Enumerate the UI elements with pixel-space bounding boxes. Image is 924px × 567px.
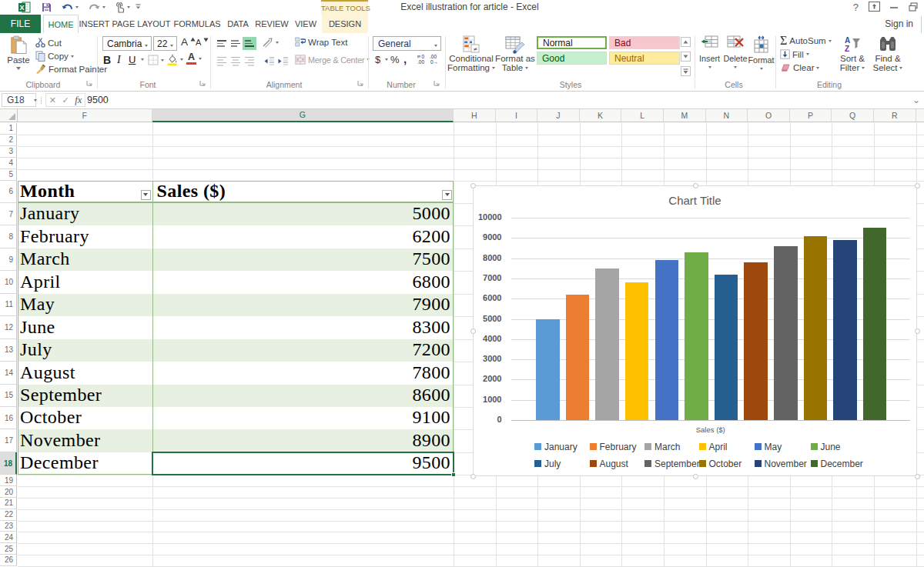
column-header-N[interactable]: N: [706, 109, 748, 122]
row-header-19[interactable]: 19: [0, 475, 17, 486]
find-select-button[interactable]: Find & Select: [870, 35, 906, 72]
redo-button[interactable]: [89, 2, 105, 12]
confirm-entry-icon[interactable]: ✓: [62, 95, 69, 105]
restore-button[interactable]: [909, 1, 918, 15]
dropdown-caret-icon[interactable]: [708, 66, 711, 68]
increase-indent-button[interactable]: [276, 55, 290, 68]
format-as-table-button[interactable]: Format as Table: [494, 35, 537, 72]
chart-axis-title[interactable]: Sales ($): [511, 425, 911, 434]
dropdown-caret-icon[interactable]: [525, 67, 528, 69]
chart-object[interactable]: Chart Title Sales ($) JanuaryFebruaryMar…: [473, 185, 917, 476]
bar-december[interactable]: [863, 228, 887, 420]
dropdown-caret-icon[interactable]: [199, 58, 202, 60]
legend-item-october[interactable]: October: [699, 459, 742, 469]
font-color-button[interactable]: A: [186, 53, 202, 65]
sign-in-link[interactable]: Sign in: [885, 15, 913, 33]
cell-sales[interactable]: 7200: [412, 339, 450, 360]
chart-selection-handle[interactable]: [470, 329, 476, 334]
orientation-button[interactable]: [262, 37, 279, 48]
undo-dropdown[interactable]: [75, 6, 79, 8]
column-header-L[interactable]: L: [621, 109, 664, 122]
redo-dropdown[interactable]: [102, 6, 105, 8]
row-header-26[interactable]: 26: [0, 555, 17, 566]
touch-mode-dropdown[interactable]: [127, 6, 130, 8]
dropdown-caret-icon[interactable]: [829, 40, 832, 42]
row-header-15[interactable]: 15: [0, 385, 17, 407]
increase-decimal-button[interactable]: ←0 .00: [417, 54, 428, 64]
customize-qat-button[interactable]: [136, 4, 141, 11]
row-header-4[interactable]: 4: [0, 158, 17, 169]
tab-design[interactable]: DESIGN: [322, 15, 368, 33]
italic-button[interactable]: I: [117, 54, 121, 66]
dropdown-caret-icon[interactable]: [806, 53, 809, 55]
cell-month[interactable]: April: [20, 272, 61, 292]
row-header-22[interactable]: 22: [0, 509, 17, 521]
sort-filter-button[interactable]: A Z Sort & Filter: [835, 35, 869, 72]
cell-month[interactable]: October: [20, 407, 82, 428]
dropdown-caret-icon[interactable]: [141, 58, 144, 61]
column-header-J[interactable]: J: [537, 109, 580, 122]
bold-button[interactable]: B: [103, 54, 111, 66]
cell-sales[interactable]: 5000: [412, 203, 450, 224]
accounting-format-button[interactable]: $: [375, 54, 388, 65]
dropdown-caret-icon[interactable]: [231, 57, 240, 66]
dropdown-caret-icon[interactable]: [161, 59, 164, 62]
cell-style-normal[interactable]: Normal: [537, 36, 607, 49]
row-header-24[interactable]: 24: [0, 532, 17, 543]
column-header-M[interactable]: M: [664, 109, 706, 122]
dropdown-caret-icon[interactable]: [434, 45, 437, 47]
borders-button[interactable]: [148, 55, 164, 65]
bar-october[interactable]: [804, 236, 828, 420]
cell-sales[interactable]: 7800: [412, 362, 450, 383]
cell-sales[interactable]: 6800: [412, 272, 450, 292]
chart-selection-handle[interactable]: [470, 474, 476, 479]
dropdown-caret-icon[interactable]: [245, 40, 254, 47]
cell-month[interactable]: July: [20, 339, 52, 360]
cell-month[interactable]: December: [20, 452, 99, 473]
select-all-corner[interactable]: [0, 109, 18, 122]
legend-item-november[interactable]: November: [755, 459, 807, 469]
cell-month[interactable]: March: [20, 248, 70, 269]
gallery-down-button[interactable]: [681, 52, 691, 62]
legend-item-january[interactable]: January: [534, 442, 578, 452]
decrease-indent-button[interactable]: [262, 55, 276, 68]
autosum-button[interactable]: Σ AutoSum: [780, 35, 832, 46]
comma-style-button[interactable]: ,: [403, 52, 407, 65]
tab-insert[interactable]: INSERT: [79, 15, 110, 33]
cell-month[interactable]: May: [20, 294, 55, 315]
row-header-3[interactable]: 3: [0, 146, 17, 158]
conditional-formatting-button[interactable]: ≠ Conditional Formatting: [450, 35, 493, 72]
gallery-up-button[interactable]: [681, 37, 691, 47]
cell-month[interactable]: June: [20, 317, 55, 338]
cell-sales[interactable]: 7900: [412, 294, 450, 315]
cell-style-neutral[interactable]: Neutral: [609, 52, 680, 65]
row-header-20[interactable]: 20: [0, 486, 17, 498]
fill-button[interactable]: Fill: [780, 49, 809, 59]
paste-button[interactable]: Paste: [5, 35, 32, 70]
bar-february[interactable]: [566, 295, 590, 420]
chart-selection-handle[interactable]: [915, 183, 920, 188]
row-header-10[interactable]: 10: [0, 271, 17, 293]
cell-month[interactable]: September: [20, 385, 102, 405]
row-header-11[interactable]: 11: [0, 294, 17, 316]
minimize-button[interactable]: [890, 1, 899, 15]
legend-item-june[interactable]: June: [811, 442, 841, 452]
formula-input[interactable]: 9500: [87, 93, 109, 107]
cell-sales[interactable]: 8900: [412, 430, 450, 451]
cell-sales[interactable]: 8600: [412, 385, 450, 405]
legend-item-august[interactable]: August: [590, 459, 628, 469]
dropdown-caret-icon[interactable]: [899, 67, 902, 69]
cell-style-good[interactable]: Good: [537, 52, 607, 65]
row-header-9[interactable]: 9: [0, 248, 17, 271]
dropdown-caret-icon[interactable]: [34, 99, 37, 102]
column-header-H[interactable]: H: [454, 109, 496, 122]
column-header-R[interactable]: R: [874, 109, 916, 122]
dropdown-caret-icon[interactable]: [180, 58, 183, 61]
chart-selection-handle[interactable]: [470, 183, 476, 188]
cell-sales[interactable]: 7500: [412, 248, 450, 269]
bar-september[interactable]: [774, 246, 798, 420]
chart-title[interactable]: Chart Title: [474, 194, 916, 207]
insert-function-icon[interactable]: fx: [75, 95, 82, 106]
number-dialog-launcher[interactable]: [434, 80, 441, 88]
fill-color-button[interactable]: [166, 54, 183, 65]
